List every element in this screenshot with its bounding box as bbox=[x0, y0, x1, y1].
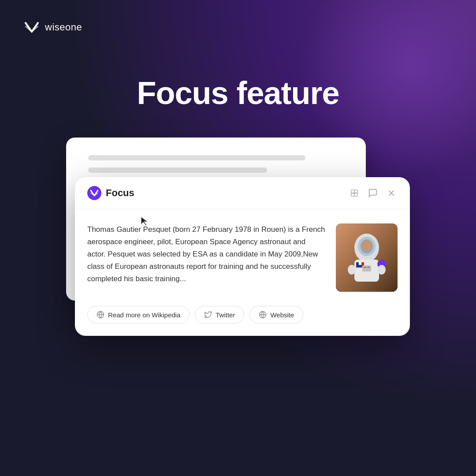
globe-icon bbox=[259, 311, 267, 319]
skeleton-line-1 bbox=[88, 155, 305, 160]
svg-point-18 bbox=[378, 265, 386, 275]
twitter-button[interactable]: Twitter bbox=[195, 306, 244, 324]
svg-point-17 bbox=[348, 265, 356, 275]
wikipedia-button-label: Read more on Wikipedia bbox=[108, 311, 180, 319]
focus-card-footer: Read more on Wikipedia Twitter Website bbox=[75, 306, 410, 336]
skeleton-line-2 bbox=[88, 167, 267, 173]
focus-card-title: Focus bbox=[106, 187, 134, 199]
svg-rect-21 bbox=[367, 267, 370, 268]
twitter-button-label: Twitter bbox=[216, 311, 235, 319]
logo: wiseone bbox=[22, 18, 82, 37]
focus-card-title-group: Focus bbox=[87, 186, 134, 200]
page-title: Focus feature bbox=[137, 75, 339, 111]
svg-rect-13 bbox=[356, 262, 359, 268]
cursor-icon bbox=[140, 216, 149, 227]
main-content: Focus feature Thomas Pesquet is a Europe… bbox=[0, 0, 476, 384]
svg-point-0 bbox=[87, 186, 101, 200]
focus-card-actions bbox=[348, 187, 398, 199]
wiseone-logo-icon bbox=[22, 18, 41, 37]
svg-point-10 bbox=[362, 240, 372, 251]
focus-card: Focus bbox=[75, 177, 410, 336]
focus-card-body: Thomas Gautier Pesquet (born 27 February… bbox=[75, 209, 410, 306]
wikipedia-icon bbox=[97, 311, 104, 319]
add-icon[interactable] bbox=[348, 187, 361, 199]
logo-text: wiseone bbox=[45, 22, 82, 33]
comment-icon[interactable] bbox=[367, 187, 379, 199]
wikipedia-button[interactable]: Read more on Wikipedia bbox=[87, 306, 190, 324]
svg-rect-19 bbox=[362, 265, 371, 271]
close-icon[interactable] bbox=[385, 187, 398, 199]
focus-card-header: Focus bbox=[75, 177, 410, 209]
twitter-icon bbox=[204, 311, 212, 319]
focus-logo-icon bbox=[87, 186, 101, 200]
website-button-label: Website bbox=[270, 311, 294, 319]
svg-rect-20 bbox=[364, 267, 366, 268]
svg-rect-14 bbox=[359, 262, 361, 265]
cards-container: Thomas Pesquet is a European Space Agenc… bbox=[66, 138, 410, 384]
person-image bbox=[336, 223, 398, 292]
focus-card-description: Thomas Gautier Pesquet (born 27 February… bbox=[87, 223, 325, 285]
website-button[interactable]: Website bbox=[249, 306, 303, 324]
